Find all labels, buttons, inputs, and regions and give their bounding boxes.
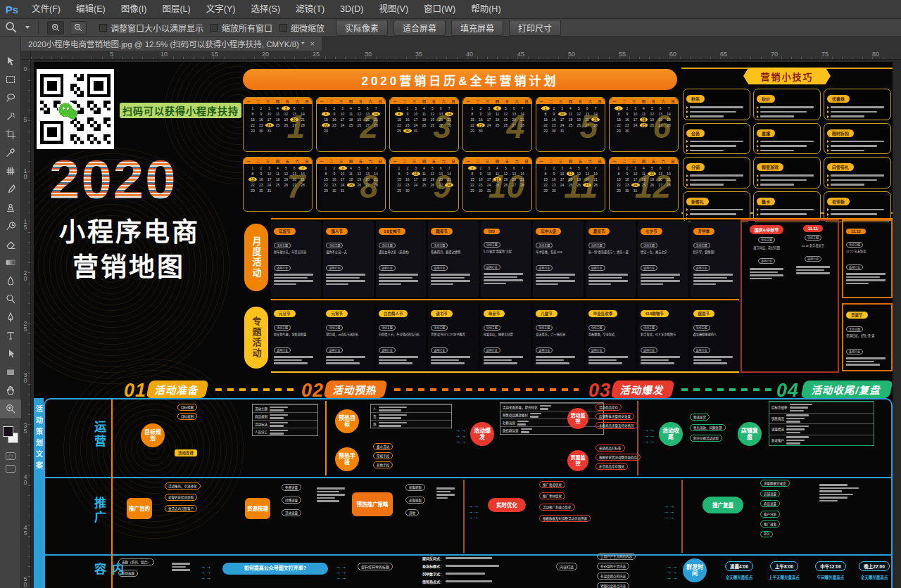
- monthly-band-label: 月度活动: [244, 224, 268, 291]
- content-pill: 有温度观点的内容: [597, 573, 629, 580]
- zoom-tool[interactable]: [0, 400, 21, 418]
- option-button[interactable]: 填充屏幕: [451, 20, 503, 36]
- theme-text: 青春聚惠，毕业狂欢: [588, 333, 633, 340]
- activity-card: 年货节 活动主题 新年献大礼，年货买起来 适用行业: [271, 221, 321, 298]
- menu-item[interactable]: 图层(L): [154, 0, 198, 19]
- crop-tool[interactable]: [0, 125, 21, 143]
- screen-mode-icon[interactable]: [6, 465, 15, 473]
- bullet-icon: [686, 140, 688, 143]
- history-brush-tool[interactable]: [0, 217, 21, 235]
- dodge-tool[interactable]: [0, 290, 21, 308]
- checkbox-box[interactable]: [99, 24, 107, 32]
- burst-row: 活动全面放量，提升转化: [500, 403, 603, 411]
- shape-tool[interactable]: [0, 363, 21, 381]
- bullet-icon: [827, 140, 829, 143]
- theme-label: 活动主题: [484, 325, 500, 331]
- option-checkbox[interactable]: 缩放所有窗口: [210, 22, 272, 34]
- day-grid: 1234567891011121314151617181920212223242…: [536, 104, 605, 133]
- color-swatches[interactable]: [0, 423, 21, 447]
- theme-text: 情定一生，难忘七夕: [641, 250, 685, 257]
- checkbox-box[interactable]: [279, 24, 287, 32]
- horizontal-ruler[interactable]: 5101520253035404550556065707580: [31, 51, 901, 60]
- band-border: [271, 371, 739, 373]
- industry-label: 适用行业: [379, 265, 396, 271]
- tip-card: 砍价: [753, 89, 821, 120]
- weekday-header: 一二三四五六日: [463, 98, 531, 104]
- clone-stamp-tool[interactable]: [0, 198, 21, 217]
- menu-item[interactable]: 帮助(H): [463, 0, 508, 19]
- option-checkbox[interactable]: 调整窗口大小以满屏显示: [99, 22, 203, 34]
- burst-row: 微信群运营: [500, 426, 603, 434]
- path-select-tool[interactable]: [0, 345, 21, 363]
- vertical-ruler[interactable]: 05101520253035404550: [21, 60, 31, 588]
- column-divider: [325, 401, 327, 475]
- theme-label: 活动主题: [693, 243, 710, 248]
- document-tab[interactable]: 2020小程序电商营销地图.jpg @ 12.5% (扫码可以获得小程序扶持, …: [21, 37, 322, 51]
- tip-label: 分销: [686, 163, 705, 171]
- bullet-icon: [827, 106, 829, 109]
- option-button[interactable]: 适合屏幕: [393, 20, 446, 36]
- zoom-tool-icon[interactable]: [4, 21, 18, 34]
- blur-tool[interactable]: [0, 271, 21, 290]
- quick-mask-icon[interactable]: [6, 452, 15, 460]
- pen-tool[interactable]: [0, 308, 21, 326]
- resource-pill: 活动流量: [282, 509, 301, 516]
- resource-pill: 付费流量: [282, 497, 301, 504]
- brush-tool[interactable]: [0, 180, 21, 198]
- activity-card: 520 活动主题 5.20谐音“我爱你”大促 适用行业: [481, 221, 531, 298]
- menu-item[interactable]: 文字(Y): [199, 0, 244, 19]
- monitor-pill: 热销商品打标签: [596, 445, 625, 452]
- activity-card: 618购物节 活动主题 剁手狂欢，618 年中购物节 适用行业: [638, 303, 688, 369]
- foreground-color[interactable]: [3, 426, 13, 437]
- bullet-icon: [686, 115, 688, 118]
- special-band-label: 专题活动: [244, 307, 268, 369]
- option-checkbox[interactable]: 细微缩放: [279, 22, 325, 34]
- menu-item[interactable]: 滤镜(T): [288, 0, 332, 19]
- activity-title: 毕业狂欢季: [588, 310, 618, 317]
- menu-item[interactable]: 窗口(W): [416, 0, 463, 19]
- menu-item[interactable]: 3D(D): [332, 0, 371, 19]
- zoom-in-button[interactable]: [47, 21, 64, 34]
- month-card: 一二三四五六日 9 123456789101112131415161718192…: [389, 157, 459, 212]
- menu-item[interactable]: 图像(I): [113, 0, 155, 19]
- theme-text: 年中钜惠，狂欢 618: [536, 250, 580, 257]
- hand-tool[interactable]: [0, 381, 21, 400]
- ruler-number: 20: [22, 269, 29, 281]
- goal-pill: 目标拆解: [177, 404, 197, 411]
- move-tool[interactable]: [0, 52, 21, 70]
- tab-close-icon[interactable]: ×: [310, 39, 315, 48]
- magic-wand-tool[interactable]: [0, 107, 21, 125]
- activity-card: 儿童节 活动主题 普天童乐，六一嗨起来 适用行业: [533, 303, 583, 369]
- checkbox-box[interactable]: [210, 24, 218, 32]
- christmas-card: 圣诞节 活动主题 圣诞狂欢，好礼“圣”诞 适用行业: [842, 303, 893, 371]
- activity-card: 毕业狂欢季 活动主题 青春聚惠，毕业狂欢 适用行业: [586, 303, 636, 369]
- purpose-pill: 激活店内沉默客户: [165, 505, 197, 512]
- menu-item[interactable]: 编辑(E): [68, 0, 113, 19]
- option-button[interactable]: 打印尺寸: [509, 20, 561, 36]
- healing-brush-tool[interactable]: [0, 162, 21, 180]
- day-grid: 1234567891011121314151617181920212223242…: [390, 164, 458, 193]
- type-tool[interactable]: [0, 326, 21, 345]
- gradient-tool[interactable]: [0, 253, 21, 271]
- eyedropper-tool[interactable]: [0, 143, 21, 162]
- eraser-tool[interactable]: [0, 235, 21, 253]
- activity-title: 感恩节: [693, 310, 715, 317]
- dash-connector: [215, 388, 294, 391]
- menu-item[interactable]: 视图(V): [371, 0, 416, 19]
- menu-item[interactable]: 文件(F): [24, 0, 68, 19]
- canvas-document[interactable]: 扫码可以获得小程序扶持 2020 小程序电商 营销地图 2020营销日历&全年营…: [34, 62, 893, 588]
- day-grid: 1234567891011121314151617181920212223242…: [463, 104, 531, 133]
- zoom-out-button[interactable]: [70, 21, 87, 34]
- option-button[interactable]: 实际像素: [336, 20, 388, 36]
- day-grid: 1234567891011121314151617181920212223242…: [536, 164, 605, 193]
- theme-label: 活动主题: [431, 243, 448, 248]
- industry-label: 适用行业: [536, 265, 553, 271]
- promo-review-pill: 客户分析: [760, 511, 780, 518]
- bullet-icon: [686, 174, 688, 177]
- dropdown-caret-icon[interactable]: [25, 26, 30, 29]
- marquee-tool[interactable]: [0, 70, 21, 89]
- menu-item[interactable]: 选择(S): [243, 0, 288, 19]
- tip-card: 优惠券: [824, 89, 891, 120]
- tip-label: 优惠券: [827, 95, 850, 103]
- lasso-tool[interactable]: [0, 89, 21, 107]
